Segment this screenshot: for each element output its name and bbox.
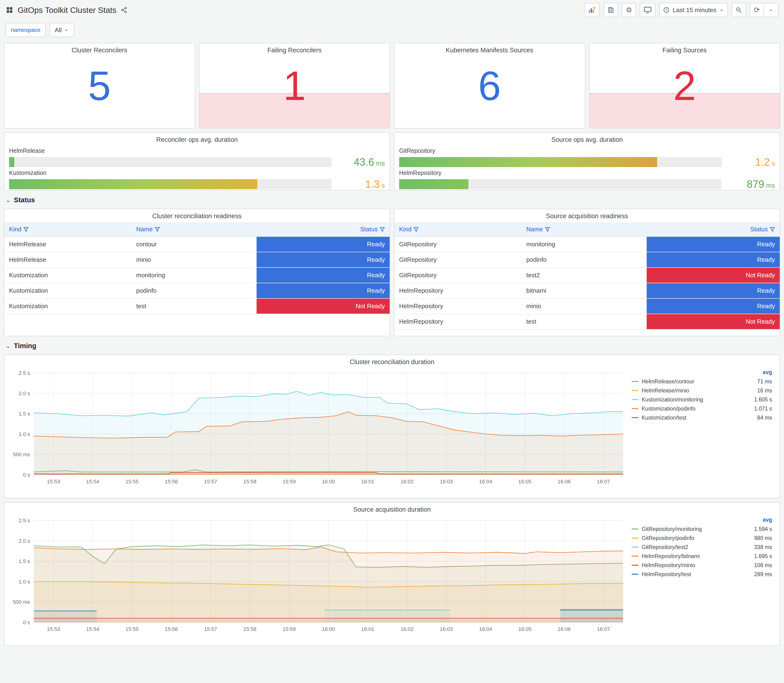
legend-item-gitrepository-monitoring[interactable]: GitRepository/monitoring1.594 s (632, 524, 772, 534)
filter-funnel-icon[interactable] (155, 227, 160, 232)
series-avg-value: 108 ms (754, 561, 772, 570)
panel-title[interactable]: Cluster reconciliation readiness (4, 209, 390, 222)
chart-legend: avgHelmRelease/contour71 msHelmRelease/m… (630, 368, 778, 487)
panel-title[interactable]: Source acquisition duration (4, 503, 780, 516)
gauge-label: Kustomization (9, 170, 385, 176)
series-avg-value: 338 ms (754, 543, 772, 552)
time-range-picker[interactable]: Last 15 minutes ⌄ (659, 3, 728, 17)
gauge-row-gitrepository: GitRepository1.2 s (399, 147, 775, 168)
chevron-down-icon: ⌄ (64, 26, 69, 32)
legend-item-helmrepository-minio[interactable]: HelmRepository/minio108 ms (632, 561, 772, 570)
namespace-variable-value[interactable]: All ⌄ (50, 23, 74, 37)
zoom-out-icon (736, 6, 742, 13)
save-icon (608, 6, 614, 13)
legend-avg-header[interactable]: avg (632, 517, 772, 523)
column-header-kind[interactable]: Kind (4, 222, 131, 237)
panel-title[interactable]: Reconciler ops avg. duration (9, 133, 385, 146)
column-header-status[interactable]: Status (647, 222, 780, 237)
chart-panel-source-acquisition-duration: Source acquisition duration15:5315:5415:… (4, 502, 780, 646)
svg-text:500 ms: 500 ms (13, 451, 30, 457)
status-badge: Not Ready (647, 268, 780, 283)
legend-item-helmrepository-test[interactable]: HelmRepository/test289 ms (632, 570, 772, 579)
refresh-button[interactable]: ⟳ (750, 3, 764, 17)
legend-item-kustomization-test[interactable]: Kustomization/test84 ms (632, 413, 772, 422)
timeseries-plot[interactable]: 15:5315:5415:5515:5615:5715:5815:5916:00… (6, 516, 630, 635)
panel-title[interactable]: Cluster reconciliation duration (4, 355, 780, 368)
chart-legend: avgGitRepository/monitoring1.594 sGitRep… (630, 516, 778, 635)
status-badge: Ready (257, 283, 390, 298)
status-badge: Ready (257, 268, 390, 283)
column-header-kind[interactable]: Kind (394, 222, 521, 237)
svg-text:15:58: 15:58 (243, 479, 257, 484)
filter-funnel-icon[interactable] (545, 227, 550, 232)
column-header-name[interactable]: Name (131, 222, 257, 237)
svg-text:16:04: 16:04 (479, 626, 492, 632)
legend-avg-header[interactable]: avg (632, 369, 772, 375)
legend-item-gitrepository-test2[interactable]: GitRepository/test2338 ms (632, 543, 772, 552)
cycle-view-mode-button[interactable] (640, 3, 656, 17)
panel-title[interactable]: Cluster Reconcilers (4, 43, 195, 56)
gauge-label: HelmRelease (9, 147, 385, 154)
table-row: GitRepositorytest2Not Ready (394, 268, 780, 283)
filter-funnel-icon[interactable] (414, 227, 418, 232)
dashboard-header: GitOps Toolkit Cluster Stats ⚙ Last 15 m… (4, 0, 780, 20)
legend-item-kustomization-podinfo[interactable]: Kustomization/podinfo1.071 s (632, 404, 772, 413)
gauge-panel-reconciler-ops-avg-duration: Reconciler ops avg. durationHelmRelease4… (4, 132, 390, 191)
svg-text:500 ms: 500 ms (13, 599, 30, 605)
section-timing-toggle[interactable]: ⌄ Timing (4, 340, 780, 354)
cell-name: podinfo (521, 252, 647, 267)
add-panel-button[interactable] (584, 3, 600, 17)
legend-item-helmrepository-bitnami[interactable]: HelmRepository/bitnami1.695 s (632, 552, 772, 561)
panel-title[interactable]: Failing Reconcilers (199, 43, 390, 56)
series-avg-value: 16 ms (757, 386, 772, 395)
column-header-name[interactable]: Name (521, 222, 647, 237)
svg-text:16:00: 16:00 (322, 626, 335, 632)
table-panel-cluster-reconciliation-readiness: Cluster reconciliation readinessKindName… (4, 209, 390, 336)
gauge-fill (399, 179, 468, 189)
gauge-label: GitRepository (399, 147, 775, 154)
save-dashboard-button[interactable] (604, 3, 618, 17)
readiness-table: KindNameStatusHelmReleasecontourReadyHel… (4, 222, 390, 314)
series-color-dash (632, 537, 638, 539)
series-color-dash (632, 547, 638, 548)
filter-funnel-icon[interactable] (770, 227, 775, 232)
cell-name: minio (131, 252, 257, 267)
legend-item-gitrepository-podinfo[interactable]: GitRepository/podinfo980 ms (632, 534, 772, 543)
series-avg-value: 1.071 s (754, 404, 772, 413)
series-avg-value: 1.594 s (754, 524, 772, 534)
refresh-icon: ⟳ (754, 6, 760, 14)
status-badge: Ready (647, 252, 780, 267)
add-panel-icon (588, 6, 596, 14)
refresh-interval-dropdown[interactable]: ⌄ (764, 3, 778, 17)
svg-text:16:03: 16:03 (440, 626, 453, 632)
series-avg-value: 1.695 s (754, 552, 772, 561)
legend-item-helmrelease-minio[interactable]: HelmRelease/minio16 ms (632, 386, 772, 395)
panel-title[interactable]: Source ops avg. duration (399, 133, 775, 146)
namespace-variable-label[interactable]: namespace (6, 23, 46, 37)
share-icon[interactable] (121, 6, 127, 13)
panel-title[interactable]: Source acquisition readiness (394, 209, 780, 222)
dashboard-grid-icon[interactable] (6, 6, 13, 14)
svg-text:15:54: 15:54 (86, 479, 99, 484)
series-color-dash (632, 417, 638, 418)
panel-title[interactable]: Kubernetes Manifests Sources (394, 43, 585, 56)
stats-row: Cluster Reconcilers5Failing Reconcilers1… (4, 43, 780, 128)
zoom-out-time-button[interactable] (732, 3, 746, 17)
timeseries-plot[interactable]: 15:5315:5415:5515:5615:5715:5815:5916:00… (6, 368, 630, 487)
panel-title[interactable]: Failing Sources (590, 43, 780, 56)
section-status-toggle[interactable]: ⌄ Status (4, 194, 780, 209)
svg-text:15:55: 15:55 (125, 626, 138, 632)
filter-funnel-icon[interactable] (380, 227, 385, 232)
status-badge: Ready (647, 299, 780, 314)
svg-text:0 s: 0 s (23, 619, 30, 625)
column-header-status[interactable]: Status (257, 222, 390, 237)
svg-text:16:07: 16:07 (597, 626, 610, 632)
legend-item-helmrelease-contour[interactable]: HelmRelease/contour71 ms (632, 377, 772, 386)
cell-name: monitoring (131, 268, 257, 283)
svg-text:1.0 s: 1.0 s (19, 579, 30, 585)
filter-funnel-icon[interactable] (23, 227, 29, 232)
dashboard-settings-button[interactable]: ⚙ (622, 3, 636, 17)
series-color-dash (632, 408, 638, 409)
svg-text:16:04: 16:04 (479, 479, 492, 484)
legend-item-kustomization-monitoring[interactable]: Kustomization/monitoring1.605 s (632, 395, 772, 404)
